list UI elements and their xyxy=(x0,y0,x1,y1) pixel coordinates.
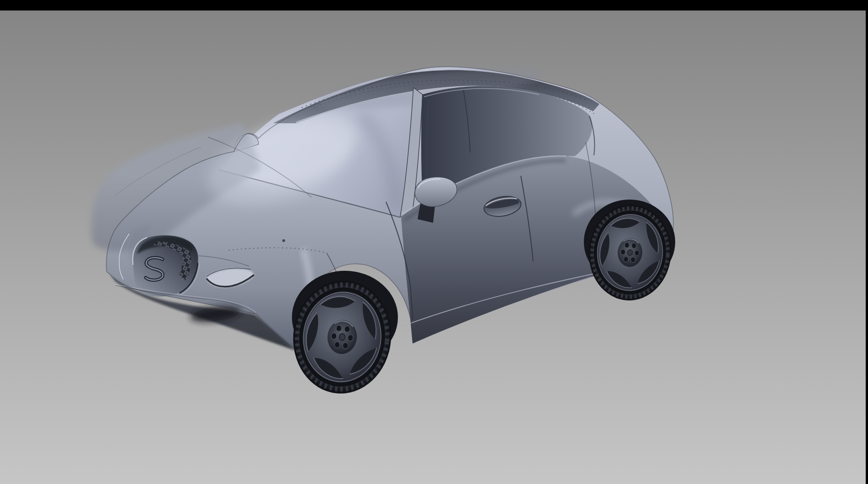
window-top-bar xyxy=(0,0,868,11)
window-right-edge xyxy=(866,0,868,484)
app-window xyxy=(0,0,868,484)
car-model-render xyxy=(0,0,868,484)
cad-viewport[interactable] xyxy=(0,11,866,484)
washer-nozzle-dot xyxy=(282,239,285,242)
